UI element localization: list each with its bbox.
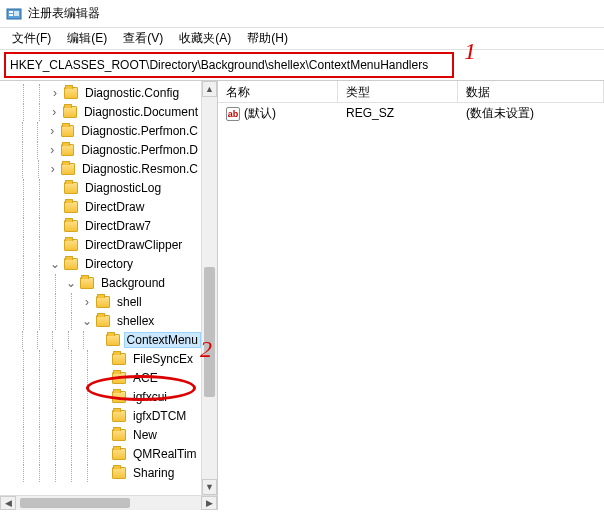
tree-item[interactable]: DirectDraw7	[0, 217, 201, 235]
tree-leaf-icon	[48, 181, 62, 195]
tree-leaf-icon	[48, 200, 62, 214]
tree-leaf-icon	[91, 333, 104, 347]
tree-item[interactable]: ›shell	[0, 293, 201, 311]
regedit-icon	[6, 6, 22, 22]
scroll-left-button[interactable]: ◀	[0, 496, 16, 510]
tree-leaf-icon	[96, 371, 110, 385]
folder-icon	[64, 87, 78, 99]
window-title: 注册表编辑器	[28, 5, 100, 22]
address-input[interactable]	[10, 58, 448, 72]
tree-label: FileSyncEx	[130, 351, 196, 367]
tree-item[interactable]: QMRealTim	[0, 445, 201, 463]
folder-icon	[61, 144, 74, 156]
tree-label: ACE	[130, 370, 161, 386]
tree-item[interactable]: ⌄shellex	[0, 312, 201, 330]
tree-item[interactable]: ›Diagnostic.Resmon.C	[0, 160, 201, 178]
row-type: REG_SZ	[338, 104, 458, 122]
tree-item[interactable]: DiagnosticLog	[0, 179, 201, 197]
registry-tree[interactable]: ›Diagnostic.Config›Diagnostic.Document›D…	[0, 81, 201, 485]
tree-item[interactable]: ContextMenu	[0, 331, 201, 349]
tree-label: DirectDrawClipper	[82, 237, 185, 253]
tree-label: DirectDraw	[82, 199, 147, 215]
tree-item[interactable]: FileSyncEx	[0, 350, 201, 368]
list-header: 名称 类型 数据	[218, 81, 604, 103]
folder-icon	[64, 220, 78, 232]
tree-label: shell	[114, 294, 145, 310]
tree-label: Directory	[82, 256, 136, 272]
tree-leaf-icon	[96, 447, 110, 461]
menubar: 文件(F) 编辑(E) 查看(V) 收藏夹(A) 帮助(H)	[0, 28, 604, 50]
tree-scrollbar-horizontal[interactable]: ◀ ▶	[0, 495, 217, 510]
chevron-down-icon[interactable]: ⌄	[80, 314, 94, 328]
chevron-right-icon[interactable]: ›	[80, 295, 94, 309]
tree-item[interactable]: ⌄Background	[0, 274, 201, 292]
menu-file[interactable]: 文件(F)	[4, 28, 59, 49]
folder-icon	[112, 391, 126, 403]
chevron-right-icon[interactable]: ›	[48, 86, 62, 100]
folder-icon	[64, 239, 78, 251]
tree-label: Diagnostic.Perfmon.C	[78, 123, 201, 139]
scroll-thumb[interactable]	[204, 267, 215, 397]
tree-label: shellex	[114, 313, 157, 329]
menu-edit[interactable]: 编辑(E)	[59, 28, 115, 49]
chevron-right-icon[interactable]: ›	[46, 162, 59, 176]
folder-icon	[112, 467, 126, 479]
string-value-icon: ab	[226, 107, 240, 121]
chevron-down-icon[interactable]: ⌄	[48, 257, 62, 271]
address-bar[interactable]	[4, 52, 454, 78]
folder-icon	[112, 372, 126, 384]
scroll-right-button[interactable]: ▶	[201, 496, 217, 510]
list-row[interactable]: ab(默认) REG_SZ (数值未设置)	[218, 103, 604, 123]
tree-item[interactable]: DirectDraw	[0, 198, 201, 216]
chevron-right-icon[interactable]: ›	[47, 105, 61, 119]
tree-item[interactable]: ›Diagnostic.Document	[0, 103, 201, 121]
tree-label: Background	[98, 275, 168, 291]
folder-icon	[112, 353, 126, 365]
tree-item[interactable]: ›Diagnostic.Perfmon.D	[0, 141, 201, 159]
menu-favorites[interactable]: 收藏夹(A)	[171, 28, 239, 49]
scroll-h-thumb[interactable]	[20, 498, 130, 508]
tree-label: igfxDTCM	[130, 408, 189, 424]
tree-leaf-icon	[96, 466, 110, 480]
tree-item[interactable]: New	[0, 426, 201, 444]
menu-help[interactable]: 帮助(H)	[239, 28, 296, 49]
col-header-type[interactable]: 类型	[338, 81, 458, 102]
tree-label: igfxcui	[130, 389, 170, 405]
tree-item[interactable]: ACE	[0, 369, 201, 387]
tree-label: Diagnostic.Resmon.C	[79, 161, 201, 177]
chevron-right-icon[interactable]: ›	[46, 124, 59, 138]
tree-item[interactable]: ›Diagnostic.Config	[0, 84, 201, 102]
list-pane: 名称 类型 数据 ab(默认) REG_SZ (数值未设置)	[218, 81, 604, 510]
row-name: ab(默认)	[218, 103, 338, 124]
scroll-h-track[interactable]	[16, 496, 201, 510]
tree-item[interactable]: ›Diagnostic.Perfmon.C	[0, 122, 201, 140]
folder-icon	[61, 125, 74, 137]
folder-icon	[63, 106, 77, 118]
tree-item[interactable]: igfxDTCM	[0, 407, 201, 425]
menu-view[interactable]: 查看(V)	[115, 28, 171, 49]
scroll-track[interactable]	[202, 97, 217, 479]
scroll-up-button[interactable]: ▲	[202, 81, 217, 97]
tree-item[interactable]: Sharing	[0, 464, 201, 482]
scroll-down-button[interactable]: ▼	[202, 479, 217, 495]
tree-label: ContextMenu	[124, 332, 201, 348]
col-header-name[interactable]: 名称	[218, 81, 338, 102]
folder-icon	[112, 429, 126, 441]
tree-item[interactable]: igfxcui	[0, 388, 201, 406]
chevron-down-icon[interactable]: ⌄	[64, 276, 78, 290]
folder-icon	[64, 201, 78, 213]
tree-item[interactable]: DirectDrawClipper	[0, 236, 201, 254]
tree-leaf-icon	[96, 428, 110, 442]
tree-label: DiagnosticLog	[82, 180, 164, 196]
tree-label: New	[130, 427, 160, 443]
tree-label: Diagnostic.Config	[82, 85, 182, 101]
tree-label: DirectDraw7	[82, 218, 154, 234]
folder-icon	[64, 258, 78, 270]
tree-scrollbar-vertical[interactable]: ▲ ▼	[201, 81, 217, 495]
tree-item[interactable]: ⌄Directory	[0, 255, 201, 273]
folder-icon	[61, 163, 75, 175]
col-header-data[interactable]: 数据	[458, 81, 604, 102]
tree-label: Diagnostic.Perfmon.D	[78, 142, 201, 158]
chevron-right-icon[interactable]: ›	[46, 143, 59, 157]
tree-leaf-icon	[48, 219, 62, 233]
